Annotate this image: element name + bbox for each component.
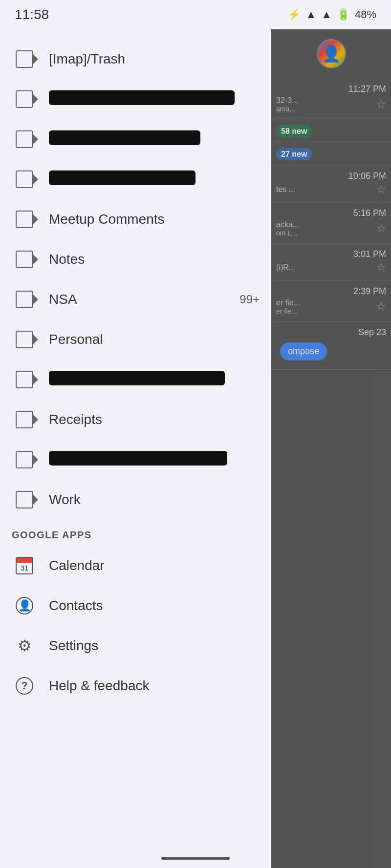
menu-item-badge: 99+: [239, 293, 260, 306]
menu-items-container: [Imap]/TrashMeetup CommentsNotesNSA99+Pe…: [0, 39, 271, 520]
menu-item-label: Notes: [49, 252, 260, 267]
email-item-3[interactable]: 10:06 PMtes ...☆: [271, 165, 391, 202]
tag-icon: [12, 207, 37, 232]
star-icon[interactable]: ☆: [376, 261, 386, 274]
email-preview-text: tes ...: [276, 185, 295, 194]
email-preview-text: 58 new: [276, 127, 312, 136]
tag-icon: [12, 447, 37, 472]
email-item-6[interactable]: 2:39 PMer fie...er fie...☆: [271, 280, 391, 321]
tag-icon: [12, 167, 37, 192]
tag-icon: [12, 327, 37, 352]
star-icon[interactable]: ☆: [376, 98, 386, 111]
sidebar-item-redacted-3[interactable]: [0, 159, 271, 199]
email-time: 3:01 PM: [276, 249, 386, 259]
status-icons: ⚡ ▲ ▲ 🔋 48%: [287, 8, 376, 21]
nav-bar-pill: [161, 857, 230, 860]
menu-item-label: [49, 451, 260, 469]
compose-button[interactable]: ompose: [280, 342, 327, 360]
menu-item-label: [49, 90, 260, 108]
star-icon[interactable]: ☆: [376, 183, 386, 196]
avatar[interactable]: 👤: [317, 39, 346, 68]
star-icon[interactable]: ☆: [376, 222, 386, 235]
wifi-icon: ▲: [305, 8, 316, 21]
email-preview: ompose: [276, 339, 386, 363]
redacted-label: [49, 170, 196, 185]
menu-item-label: NSA: [49, 292, 236, 307]
google-apps-header: GOOGLE APPS: [0, 520, 271, 546]
email-time: Sep 23: [276, 327, 386, 338]
bottom-nav: [0, 848, 391, 868]
google-app-label: Settings: [49, 638, 260, 654]
sidebar-item-redacted-2[interactable]: [0, 119, 271, 159]
tag-icon: [12, 287, 37, 312]
bluetooth-icon: ⚡: [287, 8, 301, 21]
sidebar-item-settings[interactable]: ⚙Settings: [0, 626, 271, 666]
menu-item-label: [Imap]/Trash: [49, 51, 260, 67]
menu-item-label: Work: [49, 492, 260, 508]
calendar-icon: 31: [12, 553, 37, 578]
tag-icon: [12, 487, 37, 512]
email-preview-text: 32-3...ama...: [276, 96, 298, 113]
email-time: 5:16 PM: [276, 208, 386, 218]
right-email-list: 11:27 PM32-3...ama...☆58 new27 new10:06 …: [271, 78, 391, 370]
email-time: 2:39 PM: [276, 286, 386, 296]
menu-item-label: Meetup Comments: [49, 212, 260, 227]
email-preview: tes ...☆: [276, 183, 386, 196]
tag-icon: [12, 46, 37, 72]
email-time: 11:27 PM: [276, 84, 386, 94]
email-sub-preview: er fie...: [276, 307, 300, 315]
sidebar-item-redacted-5[interactable]: [0, 440, 271, 480]
menu-item-label: [49, 170, 260, 189]
menu-item-label: [49, 371, 260, 389]
tag-icon: [12, 127, 37, 152]
sidebar-item-receipts[interactable]: Receipts: [0, 400, 271, 440]
sidebar-item-calendar[interactable]: 31Calendar: [0, 546, 271, 586]
sidebar-item-meetup-comments[interactable]: Meetup Comments: [0, 199, 271, 239]
sidebar-item-redacted-4[interactable]: [0, 360, 271, 400]
menu-item-label: Personal: [49, 332, 260, 347]
help-icon: ?: [12, 673, 37, 699]
email-preview-text: acka...om L...: [276, 220, 299, 237]
sidebar-item-nsa[interactable]: NSA99+: [0, 279, 271, 319]
redacted-label: [49, 371, 225, 385]
google-app-label: Contacts: [49, 598, 260, 614]
redacted-label: [49, 130, 200, 145]
redacted-label: [49, 451, 227, 466]
star-icon[interactable]: ☆: [376, 300, 386, 313]
email-preview: (i)R...☆: [276, 261, 386, 274]
tag-icon: [12, 407, 37, 432]
email-item-5[interactable]: 3:01 PM(i)R...☆: [271, 243, 391, 280]
right-email-panel: 👤 11:27 PM32-3...ama...☆58 new27 new10:0…: [271, 29, 391, 868]
status-time: 11:58: [15, 7, 49, 22]
redacted-label: [49, 90, 235, 105]
sidebar-item-imap-trash[interactable]: [Imap]/Trash: [0, 39, 271, 79]
email-preview-text: 27 new: [276, 150, 312, 159]
email-preview-text: (i)R...: [276, 263, 295, 272]
right-panel-inner: 👤 11:27 PM32-3...ama...☆58 new27 new10:0…: [271, 29, 391, 375]
email-badge: 58 new: [276, 125, 312, 137]
contacts-icon: 👤: [12, 593, 37, 618]
email-preview: 32-3...ama...☆: [276, 96, 386, 113]
email-item-4[interactable]: 5:16 PMacka...om L...☆: [271, 202, 391, 243]
email-preview: 27 new: [276, 150, 386, 159]
email-preview: er fie...er fie...☆: [276, 298, 386, 315]
sidebar-item-notes[interactable]: Notes: [0, 239, 271, 279]
sidebar-item-help[interactable]: ?Help & feedback: [0, 666, 271, 706]
sidebar-item-work[interactable]: Work: [0, 480, 271, 520]
email-sub-preview: ama...: [276, 105, 298, 113]
tag-icon: [12, 367, 37, 392]
status-bar: 11:58 ⚡ ▲ ▲ 🔋 48%: [0, 0, 391, 29]
email-item-1[interactable]: 58 new: [271, 119, 391, 142]
sidebar-item-redacted-1[interactable]: [0, 79, 271, 119]
email-item-0[interactable]: 11:27 PM32-3...ama...☆: [271, 78, 391, 119]
email-preview: acka...om L...☆: [276, 220, 386, 237]
sidebar-item-contacts[interactable]: 👤Contacts: [0, 586, 271, 626]
google-app-label: Help & feedback: [49, 678, 260, 694]
menu-item-label: Receipts: [49, 412, 260, 427]
google-apps-container: 31Calendar👤Contacts⚙Settings?Help & feed…: [0, 546, 271, 706]
email-item-7[interactable]: Sep 23ompose: [271, 321, 391, 370]
email-preview: 58 new: [276, 127, 386, 136]
email-preview-text: er fie...er fie...: [276, 298, 300, 315]
sidebar-item-personal[interactable]: Personal: [0, 319, 271, 360]
email-item-2[interactable]: 27 new: [271, 142, 391, 165]
